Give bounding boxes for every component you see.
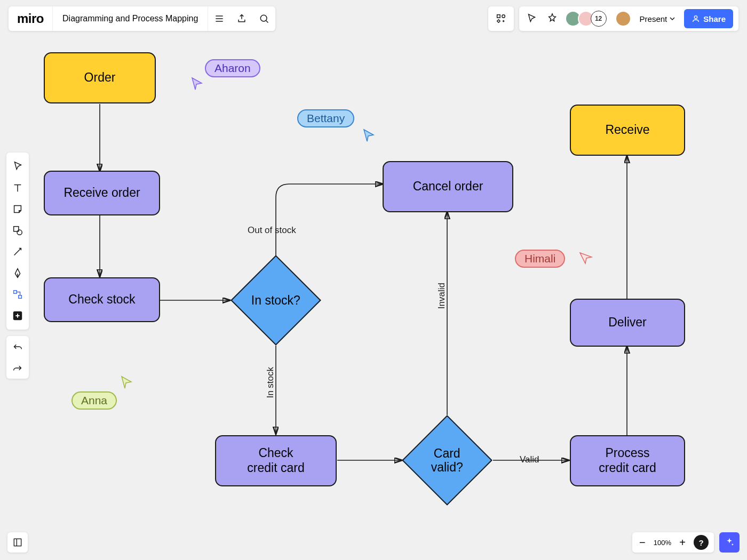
add-tool-icon[interactable] (6, 305, 29, 326)
cursor-mode-icon[interactable] (525, 11, 539, 26)
cursor-tag-aharon: Aharon (205, 59, 260, 77)
node-deliver[interactable]: Deliver (570, 299, 685, 347)
select-tool-icon[interactable] (6, 156, 29, 177)
cursor-tag-himali: Himali (515, 250, 565, 268)
collaborator-avatars[interactable]: 12 (565, 11, 607, 27)
node-check-stock[interactable]: Check stock (44, 277, 160, 322)
cursor-pointer-icon (190, 77, 204, 91)
node-label: Card valid? (431, 446, 463, 475)
shape-tool-icon[interactable] (6, 220, 29, 241)
node-check-credit-card[interactable]: Check credit card (215, 435, 337, 486)
present-button[interactable]: Present (637, 14, 679, 23)
user-avatar[interactable] (615, 11, 631, 27)
help-button[interactable]: ? (694, 535, 709, 550)
diagram-tool-icon[interactable] (6, 284, 29, 305)
zoom-controls: − 100% + ? (632, 532, 714, 553)
frames-panel-icon[interactable] (7, 532, 28, 553)
undo-icon[interactable] (6, 336, 29, 357)
edge-label-invalid: Invalid (436, 283, 447, 309)
present-label: Present (640, 14, 667, 23)
menu-icon[interactable] (208, 6, 231, 31)
canvas[interactable]: Order Receive order Check stock In stock… (0, 0, 747, 560)
zoom-in-button[interactable]: + (678, 537, 687, 549)
ai-assist-button[interactable] (719, 532, 740, 553)
left-toolbar (6, 153, 29, 330)
avatar-count[interactable]: 12 (591, 11, 607, 27)
flowchart-edges (0, 0, 747, 560)
redo-icon[interactable] (6, 357, 29, 379)
cursor-pointer-icon (120, 375, 133, 389)
node-receive-order[interactable]: Receive order (44, 171, 160, 215)
share-button[interactable]: Share (684, 9, 733, 28)
node-receive[interactable]: Receive (570, 105, 685, 156)
edge-label-out-of-stock: Out of stock (248, 225, 296, 236)
board-title[interactable]: Diagramming and Process Mapping (53, 6, 208, 31)
share-label: Share (703, 14, 726, 23)
edge-label-valid: Valid (520, 454, 539, 465)
edge-label-in-stock: In stock (265, 367, 276, 398)
app-logo[interactable]: miro (9, 6, 53, 31)
export-icon[interactable] (231, 6, 253, 31)
svg-rect-17 (19, 295, 22, 299)
svg-point-13 (17, 230, 22, 235)
svg-rect-16 (14, 291, 17, 294)
node-card-valid-q[interactable]: Card valid? (402, 415, 492, 506)
svg-rect-5 (497, 15, 500, 18)
svg-line-14 (14, 249, 21, 255)
cursor-pointer-icon (579, 251, 593, 265)
person-icon (692, 14, 700, 23)
text-tool-icon[interactable] (6, 177, 29, 198)
node-in-stock-q[interactable]: In stock? (231, 255, 321, 346)
cursor-tag-bettany: Bettany (297, 109, 354, 127)
pen-tool-icon[interactable] (6, 262, 29, 284)
svg-point-9 (695, 16, 697, 19)
apps-icon[interactable] (494, 11, 508, 26)
svg-line-4 (266, 21, 268, 23)
node-label: In stock? (251, 293, 300, 307)
svg-point-6 (502, 15, 505, 18)
chevron-down-icon (669, 15, 676, 22)
svg-point-3 (261, 15, 267, 21)
search-icon[interactable] (253, 6, 275, 31)
sticky-note-tool-icon[interactable] (6, 198, 29, 220)
node-process-credit-card[interactable]: Process credit card (570, 435, 685, 486)
cursor-pointer-icon (362, 129, 376, 142)
connector-tool-icon[interactable] (6, 241, 29, 262)
svg-rect-21 (14, 539, 21, 546)
reactions-icon[interactable] (545, 11, 560, 26)
zoom-value[interactable]: 100% (654, 539, 671, 547)
cursor-tag-anna: Anna (71, 391, 117, 410)
node-order[interactable]: Order (44, 52, 156, 103)
zoom-out-button[interactable]: − (638, 537, 647, 549)
node-cancel-order[interactable]: Cancel order (383, 161, 513, 212)
